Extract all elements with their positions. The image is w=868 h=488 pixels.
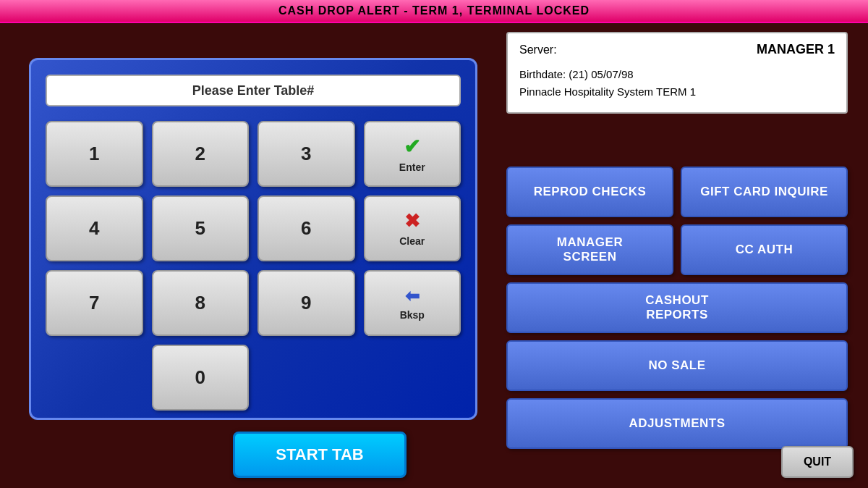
- enter-label: Enter: [399, 161, 425, 173]
- server-name: MANAGER 1: [757, 42, 835, 57]
- key-8[interactable]: 8: [152, 270, 250, 336]
- alert-bar: CASH DROP ALERT - TERM 1, TERMINAL LOCKE…: [0, 0, 868, 23]
- server-birthdate: Birthdate: (21) 05/07/98: [519, 66, 835, 83]
- key-3[interactable]: 3: [258, 121, 355, 187]
- bksp-label: Bksp: [400, 309, 425, 321]
- clear-label: Clear: [399, 235, 425, 247]
- table-input-display: Please Enter Table#: [46, 75, 461, 106]
- cashout-reports-button[interactable]: CASHOUTREPORTS: [506, 282, 848, 333]
- key-6[interactable]: 6: [258, 195, 355, 261]
- gift-card-inquire-button[interactable]: GIFT CARD INQUIRE: [681, 167, 848, 217]
- quit-label: QUIT: [804, 455, 831, 468]
- gift-card-label: GIFT CARD INQUIRE: [700, 185, 828, 199]
- check-icon: ✔: [404, 135, 420, 159]
- action-row-3: CASHOUTREPORTS: [506, 282, 848, 333]
- table-input-placeholder: Please Enter Table#: [192, 83, 315, 98]
- key-9[interactable]: 9: [258, 270, 355, 336]
- quit-button[interactable]: QUIT: [781, 446, 854, 478]
- server-system: Pinnacle Hospitality System TERM 1: [519, 83, 835, 101]
- reprod-checks-button[interactable]: REPROD CHECKS: [506, 167, 673, 217]
- server-info-panel: Server: MANAGER 1 Birthdate: (21) 05/07/…: [506, 32, 848, 114]
- key-2[interactable]: 2: [152, 121, 250, 187]
- start-tab-label: START TAB: [276, 445, 363, 464]
- key-5[interactable]: 5: [152, 195, 250, 261]
- backspace-icon: ⬅: [405, 286, 420, 306]
- no-sale-button[interactable]: NO SALE: [506, 340, 848, 391]
- key-0[interactable]: 0: [152, 345, 250, 411]
- adjustments-button[interactable]: ADJUSTMENTS: [506, 398, 848, 449]
- alert-text: CASH DROP ALERT - TERM 1, TERMINAL LOCKE…: [278, 4, 590, 17]
- cc-auth-button[interactable]: CC AUTH: [681, 224, 848, 275]
- manager-screen-button[interactable]: MANAGERSCREEN: [506, 224, 673, 275]
- action-row-5: ADJUSTMENTS: [506, 398, 848, 449]
- key-7[interactable]: 7: [46, 270, 143, 336]
- manager-screen-label: MANAGERSCREEN: [557, 235, 623, 264]
- clear-button[interactable]: ✖ Clear: [364, 195, 461, 261]
- key-1[interactable]: 1: [46, 121, 143, 187]
- action-row-4: NO SALE: [506, 340, 848, 391]
- start-tab-button[interactable]: START TAB: [233, 432, 407, 478]
- server-label: Server:: [519, 43, 557, 56]
- enter-button[interactable]: ✔ Enter: [364, 121, 461, 187]
- action-row-1: REPROD CHECKS GIFT CARD INQUIRE: [506, 167, 848, 217]
- key-4[interactable]: 4: [46, 195, 143, 261]
- action-row-2: MANAGERSCREEN CC AUTH: [506, 224, 848, 275]
- cashout-reports-label: CASHOUTREPORTS: [645, 293, 709, 322]
- keypad-panel: Please Enter Table# 1 2 3 ✔ Enter 4 5 6 …: [29, 58, 477, 420]
- backspace-button[interactable]: ⬅ Bksp: [364, 270, 461, 336]
- keypad-grid: 1 2 3 ✔ Enter 4 5 6 ✖ Clear 7 8 9 ⬅ Bksp: [46, 121, 461, 411]
- x-icon: ✖: [404, 210, 420, 232]
- action-buttons-panel: REPROD CHECKS GIFT CARD INQUIRE MANAGERS…: [506, 167, 848, 449]
